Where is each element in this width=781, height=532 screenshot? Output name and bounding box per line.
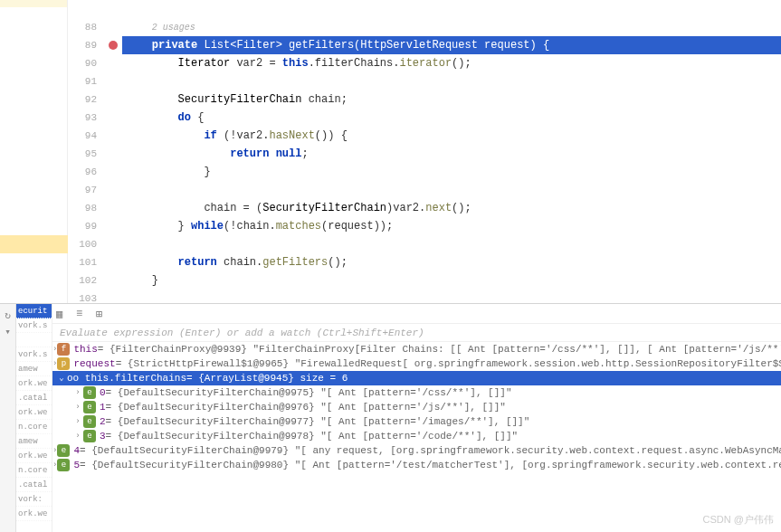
- expand-icon[interactable]: ›: [72, 400, 83, 414]
- code-line[interactable]: if (!var2.hasNext()) {: [122, 127, 781, 145]
- expand-icon[interactable]: ›: [72, 429, 83, 443]
- variable-name: this: [73, 342, 97, 356]
- var-type-icon: p: [57, 357, 70, 370]
- var-type-icon: e: [83, 401, 96, 413]
- code-line[interactable]: chain = (SecurityFilterChain)var2.next()…: [122, 199, 781, 217]
- frame-item[interactable]: n.core: [16, 420, 52, 434]
- variable-row[interactable]: ⌄oo this.filterChains = {ArrayList@9945}…: [52, 371, 781, 385]
- variable-value: = {ArrayList@9945} size = 6: [186, 371, 348, 385]
- variable-row[interactable]: ›e5 = {DefaultSecurityFilterChain@9980} …: [52, 458, 781, 472]
- code-line[interactable]: [122, 72, 781, 90]
- expand-icon[interactable]: ⌄: [56, 371, 67, 385]
- marker-gutter: [0, 0, 68, 303]
- frame-item[interactable]: .catal: [16, 478, 52, 492]
- var-type-icon: e: [83, 430, 96, 442]
- columns-icon[interactable]: ▦: [56, 308, 69, 320]
- code-line[interactable]: [122, 0, 781, 18]
- code-line[interactable]: [122, 235, 781, 253]
- variable-name: 4: [73, 443, 80, 458]
- code-line[interactable]: } while(!chain.matches(request));: [122, 217, 781, 235]
- variable-row[interactable]: ›e0 = {DefaultSecurityFilterChain@9975} …: [52, 385, 781, 400]
- variable-name: 3: [100, 429, 106, 443]
- variable-row[interactable]: ›e1 = {DefaultSecurityFilterChain@9976} …: [52, 400, 781, 414]
- list-icon[interactable]: ≡: [76, 308, 89, 320]
- variable-value: = {DefaultSecurityFilterChain@9978} "[ A…: [106, 429, 518, 443]
- variable-name: oo this.filterChains: [67, 371, 186, 385]
- variable-name: 2: [100, 414, 106, 429]
- variable-value: = {StrictHttpFirewall$1@9965} "Firewalle…: [116, 356, 781, 371]
- breakpoint-gutter[interactable]: [104, 0, 122, 303]
- variable-value: = {DefaultSecurityFilterChain@9976} "[ A…: [106, 400, 506, 414]
- code-line[interactable]: }: [122, 163, 781, 181]
- variable-name: request: [73, 356, 115, 371]
- frame-item[interactable]: vork.s: [16, 347, 52, 362]
- down-icon[interactable]: ▾: [1, 326, 15, 340]
- variable-value: = {DefaultSecurityFilterChain@9980} "[ A…: [80, 458, 781, 472]
- code-line[interactable]: return chain.getFilters();: [122, 253, 781, 271]
- code-line[interactable]: [122, 181, 781, 199]
- frame-item[interactable]: ork.we: [16, 449, 52, 463]
- var-type-icon: f: [57, 343, 70, 356]
- variable-row[interactable]: ›fthis = {FilterChainProxy@9939} "Filter…: [52, 342, 781, 356]
- watch-expression-input[interactable]: Evaluate expression (Enter) or add a wat…: [52, 324, 781, 342]
- frame-item[interactable]: n.core: [16, 463, 52, 478]
- var-type-icon: e: [83, 415, 96, 428]
- code-line[interactable]: Iterator var2 = this.filterChains.iterat…: [122, 54, 781, 72]
- watermark-text: CSDN @户伟伟: [703, 513, 774, 527]
- code-line[interactable]: do {: [122, 109, 781, 127]
- frame-item[interactable]: amew: [16, 362, 52, 376]
- code-line[interactable]: [122, 290, 781, 303]
- frame-item[interactable]: ork.we: [16, 405, 52, 420]
- var-type-icon: e: [83, 386, 96, 399]
- tree-icon[interactable]: ⊞: [96, 308, 109, 320]
- code-line[interactable]: }: [122, 271, 781, 290]
- var-type-icon: e: [57, 444, 70, 457]
- variable-row[interactable]: ›e3 = {DefaultSecurityFilterChain@9978} …: [52, 429, 781, 443]
- debug-panel: ↻ ▾ ecuritvork.svork.samework.we.catalor…: [0, 303, 781, 532]
- code-line[interactable]: private List<Filter> getFilters(HttpServ…: [122, 36, 781, 54]
- code-line[interactable]: SecurityFilterChain chain;: [122, 90, 781, 109]
- line-number-gutter: 888990919293949596979899100101102103: [68, 0, 104, 303]
- variable-name: 1: [100, 400, 106, 414]
- variable-row[interactable]: ›e2 = {DefaultSecurityFilterChain@9977} …: [52, 414, 781, 429]
- frame-item[interactable]: ork.we: [16, 507, 52, 521]
- frames-list[interactable]: ecuritvork.svork.samework.we.catalork.we…: [16, 304, 52, 532]
- restart-icon[interactable]: ↻: [1, 309, 15, 324]
- frame-item[interactable]: amew: [16, 434, 52, 449]
- frame-item[interactable]: .catal: [16, 391, 52, 405]
- frame-item[interactable]: ecurit: [16, 304, 52, 318]
- frame-item[interactable]: vork:: [16, 492, 52, 507]
- variable-value: = {DefaultSecurityFilterChain@9975} "[ A…: [106, 385, 512, 400]
- variables-toolbar: ▦ ≡ ⊞: [52, 304, 781, 324]
- variables-tree[interactable]: ›fthis = {FilterChainProxy@9939} "Filter…: [52, 342, 781, 472]
- breakpoint-icon[interactable]: [109, 41, 118, 50]
- code-line[interactable]: return null;: [122, 145, 781, 163]
- variable-row[interactable]: ›prequest = {StrictHttpFirewall$1@9965} …: [52, 356, 781, 371]
- code-editor: 888990919293949596979899100101102103 2 u…: [0, 0, 781, 303]
- variable-value: = {FilterChainProxy@9939} "FilterChainPr…: [98, 342, 781, 356]
- expand-icon[interactable]: ›: [72, 414, 83, 429]
- frame-item[interactable]: [16, 333, 52, 347]
- variable-value: = {DefaultSecurityFilterChain@9977} "[ A…: [106, 414, 530, 429]
- variable-row[interactable]: ›e4 = {DefaultSecurityFilterChain@9979} …: [52, 443, 781, 458]
- frame-item[interactable]: vork.s: [16, 318, 52, 333]
- variable-value: = {DefaultSecurityFilterChain@9979} "[ a…: [80, 443, 781, 458]
- variable-name: 5: [73, 458, 80, 472]
- frame-item[interactable]: ork.we: [16, 376, 52, 391]
- var-type-icon: e: [57, 459, 70, 471]
- expand-icon[interactable]: ›: [72, 385, 83, 400]
- variable-name: 0: [100, 385, 106, 400]
- debug-side-toolbar[interactable]: ↻ ▾: [0, 304, 16, 532]
- code-content[interactable]: 2 usages private List<Filter> getFilters…: [122, 0, 781, 303]
- code-line[interactable]: 2 usages: [122, 18, 781, 36]
